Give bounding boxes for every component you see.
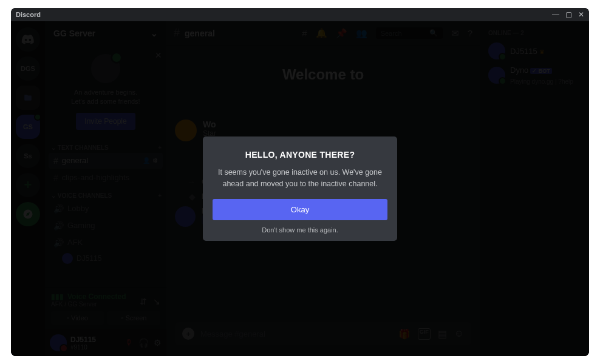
modal-okay-button[interactable]: Okay <box>213 199 387 220</box>
modal-body-text: It seems you've gone inactive on us. We'… <box>213 167 387 189</box>
titlebar: Discord — ▢ ✕ <box>11 8 589 21</box>
modal-dismiss-link[interactable]: Don't show me this again. <box>213 226 387 234</box>
modal-title: HELLO, ANYONE THERE? <box>213 150 387 160</box>
window-maximize-icon[interactable]: ▢ <box>565 11 572 18</box>
modal-overlay[interactable]: HELLO, ANYONE THERE? It seems you've gon… <box>11 21 589 356</box>
inactive-modal: HELLO, ANYONE THERE? It seems you've gon… <box>203 136 397 240</box>
app-title: Discord <box>16 11 41 18</box>
window-close-icon[interactable]: ✕ <box>578 11 584 18</box>
window-minimize-icon[interactable]: — <box>552 11 559 18</box>
